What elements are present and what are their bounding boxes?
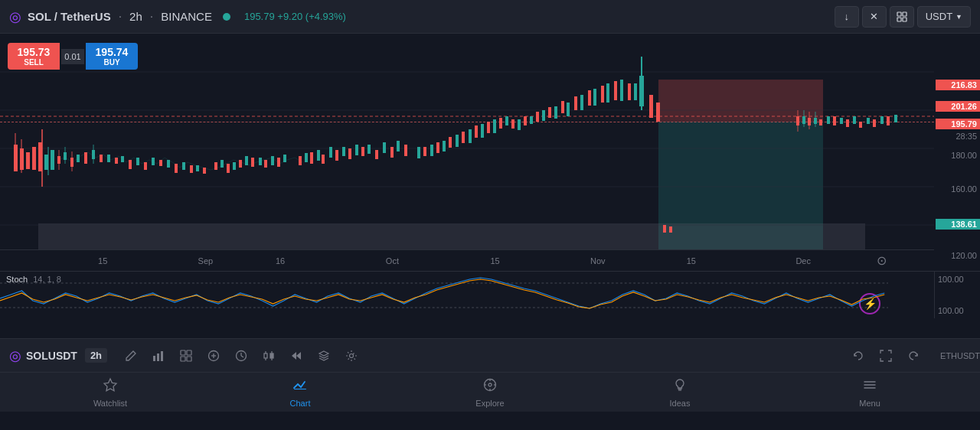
- nav-watchlist[interactable]: Watchlist: [15, 374, 205, 411]
- stoch-label: Stoch 14, 1, 8: [6, 275, 61, 284]
- explore-icon: [482, 377, 498, 396]
- svg-rect-25: [100, 155, 103, 162]
- svg-rect-65: [375, 150, 378, 159]
- down-arrow-button[interactable]: ↓: [835, 6, 859, 28]
- time-16: 16: [276, 256, 285, 265]
- candle-type-button[interactable]: [256, 343, 282, 369]
- indicator-button[interactable]: [173, 343, 199, 369]
- svg-rect-26: [115, 158, 118, 164]
- fullscreen-button[interactable]: [873, 343, 899, 369]
- svg-rect-86: [542, 110, 545, 121]
- explore-label: Explore: [475, 399, 504, 408]
- currency-label: USDT: [926, 11, 952, 22]
- svg-rect-108: [601, 86, 604, 103]
- svg-rect-71: [342, 147, 345, 156]
- svg-rect-120: [833, 116, 836, 125]
- chart-type-button[interactable]: [145, 343, 172, 369]
- svg-rect-48: [227, 164, 230, 173]
- svg-rect-102: [524, 116, 527, 125]
- svg-rect-113: [649, 95, 653, 118]
- svg-rect-122: [859, 122, 862, 128]
- expand-button[interactable]: [890, 6, 914, 28]
- svg-rect-97: [462, 132, 465, 143]
- svg-rect-98: [475, 125, 478, 138]
- svg-rect-89: [580, 95, 583, 110]
- svg-rect-51: [264, 160, 267, 168]
- svg-rect-143: [187, 350, 191, 355]
- svg-rect-34: [77, 155, 80, 162]
- buy-price: 195.74: [92, 46, 132, 58]
- sell-button[interactable]: 195.73 SELL: [8, 43, 60, 70]
- redo-button[interactable]: [900, 343, 926, 369]
- zoom-icon[interactable]: ⊙: [877, 253, 887, 268]
- undo-button[interactable]: [845, 343, 871, 369]
- svg-rect-36: [107, 155, 110, 162]
- nav-explore[interactable]: Explore: [395, 374, 585, 411]
- price-160-label: 160.00: [936, 184, 980, 194]
- svg-rect-60: [310, 152, 313, 164]
- svg-rect-2: [897, 18, 901, 21]
- nav-chart[interactable]: Chart: [205, 374, 395, 411]
- svg-point-163: [488, 383, 492, 386]
- time-15b: 15: [490, 256, 499, 265]
- price-216-label: 216.83: [936, 80, 980, 90]
- header: ◎ SOL / TetherUS · 2h · BINANCE 195.79 +…: [0, 0, 980, 34]
- svg-rect-50: [251, 158, 254, 167]
- chart-timeframe-header: 2h: [129, 10, 142, 23]
- svg-rect-76: [417, 147, 420, 158]
- stoch-scale-bot: 100.00: [938, 306, 977, 315]
- svg-rect-3: [903, 18, 906, 21]
- svg-rect-104: [548, 107, 551, 118]
- rewind-button[interactable]: [283, 343, 309, 369]
- currency-selector[interactable]: USDT ▼: [917, 6, 971, 28]
- timeframe-selector[interactable]: 2h: [85, 348, 107, 363]
- sell-price: 195.73: [14, 46, 54, 58]
- svg-rect-116: [669, 226, 672, 233]
- nav-menu[interactable]: Menu: [775, 374, 965, 411]
- svg-rect-153: [264, 353, 267, 358]
- svg-rect-121: [846, 119, 849, 127]
- separator2: ·: [150, 10, 153, 24]
- svg-rect-139: [153, 356, 155, 361]
- svg-rect-145: [187, 357, 191, 361]
- nav-ideas[interactable]: Ideas: [585, 374, 775, 411]
- buy-button[interactable]: 195.74 BUY: [86, 43, 138, 70]
- svg-rect-69: [317, 150, 320, 161]
- settings-button[interactable]: [338, 343, 364, 369]
- svg-marker-158: [292, 352, 296, 360]
- svg-rect-38: [136, 158, 139, 165]
- svg-rect-47: [214, 162, 217, 170]
- price-201-label: 201.26: [936, 101, 980, 112]
- svg-rect-114: [656, 103, 660, 122]
- time-button[interactable]: [228, 343, 254, 369]
- watchlist-label: Watchlist: [93, 399, 127, 408]
- time-sep: Sep: [198, 256, 214, 265]
- svg-rect-77: [430, 145, 433, 156]
- chart-nav-label: Chart: [290, 399, 311, 408]
- svg-rect-82: [493, 119, 496, 133]
- pencil-tool-button[interactable]: [118, 343, 144, 369]
- svg-rect-119: [819, 119, 822, 125]
- price-current-label: 195.79: [936, 119, 980, 129]
- close-button[interactable]: ✕: [862, 6, 887, 28]
- svg-rect-49: [239, 160, 242, 168]
- dropdown-arrow-icon: ▼: [956, 13, 962, 21]
- svg-rect-62: [335, 150, 338, 161]
- svg-rect-75: [397, 141, 400, 151]
- layers-button[interactable]: [311, 343, 337, 369]
- add-indicator-button[interactable]: [201, 343, 227, 369]
- bottom-nav: Watchlist Chart Explore: [0, 372, 980, 412]
- spread-display: 0.01: [61, 49, 84, 64]
- stoch-chart-svg: [0, 272, 888, 319]
- svg-line-151: [241, 356, 243, 357]
- time-dec: Dec: [795, 256, 811, 265]
- svg-rect-37: [121, 156, 124, 162]
- svg-rect-67: [404, 145, 407, 156]
- svg-rect-0: [897, 12, 901, 16]
- svg-rect-31: [190, 165, 193, 173]
- price-change-text: 195.79 +9.20 (+4.93%): [244, 11, 346, 22]
- svg-rect-64: [361, 147, 364, 156]
- svg-rect-17: [51, 150, 54, 170]
- svg-rect-52: [277, 158, 280, 167]
- svg-rect-78: [443, 141, 446, 151]
